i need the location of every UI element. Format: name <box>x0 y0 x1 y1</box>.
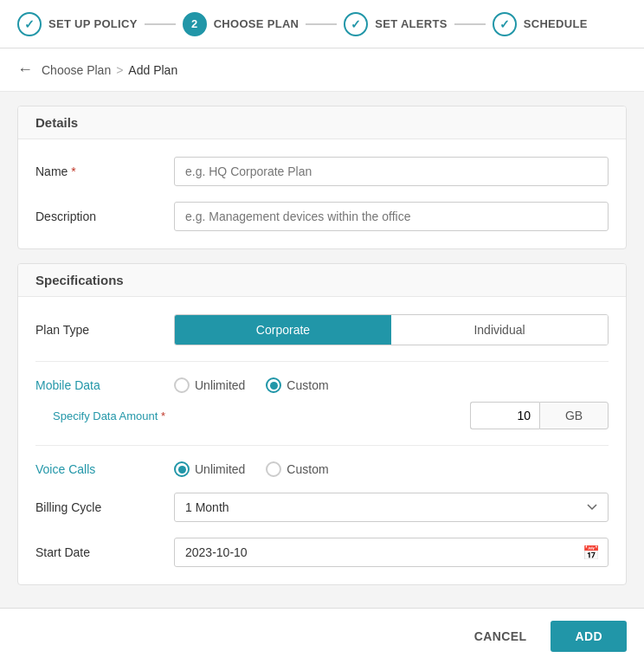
details-card-body: Name * Description <box>18 139 626 248</box>
voice-calls-row: Voice Calls Unlimited Custom <box>35 461 609 477</box>
step1-circle: ✓ <box>17 12 42 36</box>
voice-custom-label: Custom <box>287 462 328 476</box>
step-setup-policy[interactable]: ✓ SET UP POLICY <box>17 12 138 36</box>
divider-mobile <box>35 361 609 362</box>
individual-plan-btn[interactable]: Individual <box>391 315 608 345</box>
step2-label: CHOOSE PLAN <box>214 17 299 30</box>
step1-label: SET UP POLICY <box>48 17 138 30</box>
add-button[interactable]: ADD <box>551 621 627 652</box>
specifications-card: Specifications Plan Type Corporate Indiv… <box>17 263 627 585</box>
billing-cycle-row: Billing Cycle 1 Month 3 Months 6 Months … <box>35 493 609 522</box>
back-button[interactable]: ← <box>17 61 33 79</box>
plan-type-label: Plan Type <box>35 323 174 337</box>
name-input[interactable] <box>174 157 609 186</box>
voice-unlimited-radio[interactable] <box>174 461 190 477</box>
specify-data-row: Specify Data Amount * GB <box>35 402 609 429</box>
breadcrumb-current: Add Plan <box>128 63 177 77</box>
description-input[interactable] <box>174 202 609 231</box>
breadcrumb: ← Choose Plan > Add Plan <box>0 48 644 92</box>
specifications-card-header: Specifications <box>18 264 626 297</box>
mobile-data-label: Mobile Data <box>35 378 174 392</box>
mobile-data-radio-group: Unlimited Custom <box>174 377 609 393</box>
mobile-unlimited-option[interactable]: Unlimited <box>174 377 245 393</box>
voice-unlimited-label: Unlimited <box>195 462 245 476</box>
start-date-wrapper: 📅 <box>174 538 609 567</box>
voice-custom-option[interactable]: Custom <box>266 461 328 477</box>
bottom-bar: CANCEL ADD <box>0 608 644 664</box>
description-row: Description <box>35 202 609 231</box>
stepper: ✓ SET UP POLICY 2 CHOOSE PLAN ✓ SET ALER… <box>0 0 644 48</box>
name-row: Name * <box>35 157 609 186</box>
breadcrumb-parent[interactable]: Choose Plan <box>42 63 111 77</box>
step-set-alerts[interactable]: ✓ SET ALERTS <box>344 12 447 36</box>
details-card-header: Details <box>18 106 626 139</box>
mobile-data-header-row: Mobile Data Unlimited Custom <box>35 377 609 393</box>
corporate-plan-btn[interactable]: Corporate <box>175 315 391 345</box>
step3-circle: ✓ <box>344 12 368 36</box>
step2-circle: 2 <box>183 12 207 36</box>
step-choose-plan[interactable]: 2 CHOOSE PLAN <box>183 12 299 36</box>
mobile-custom-label: Custom <box>287 378 328 392</box>
name-label: Name * <box>35 164 174 178</box>
step4-label: SCHEDULE <box>524 17 588 30</box>
data-amount-input[interactable] <box>470 402 539 429</box>
start-date-label: Start Date <box>35 545 174 559</box>
mobile-unlimited-label: Unlimited <box>195 378 245 392</box>
breadcrumb-separator: > <box>116 63 123 77</box>
divider-voice <box>35 445 609 446</box>
mobile-custom-radio[interactable] <box>266 377 281 393</box>
billing-cycle-label: Billing Cycle <box>35 500 174 514</box>
main-content: Details Name * Description Specification… <box>0 92 644 664</box>
specify-data-label: Specify Data Amount * <box>53 409 174 422</box>
voice-calls-radio-group: Unlimited Custom <box>174 461 609 477</box>
connector-2 <box>306 23 337 25</box>
connector-1 <box>145 23 176 25</box>
start-date-input[interactable] <box>174 538 609 567</box>
cancel-button[interactable]: CANCEL <box>460 621 541 652</box>
mobile-unlimited-radio[interactable] <box>174 377 190 393</box>
details-card: Details Name * Description <box>17 106 627 249</box>
mobile-custom-option[interactable]: Custom <box>266 377 328 393</box>
step3-label: SET ALERTS <box>375 17 447 30</box>
plan-type-row: Plan Type Corporate Individual <box>35 314 609 345</box>
description-label: Description <box>35 210 174 223</box>
data-amount-inputs: GB <box>470 402 609 429</box>
billing-cycle-select[interactable]: 1 Month 3 Months 6 Months 12 Months <box>174 493 609 522</box>
specifications-card-body: Plan Type Corporate Individual Mobile Da… <box>18 297 626 584</box>
step-schedule[interactable]: ✓ SCHEDULE <box>493 12 588 36</box>
voice-unlimited-option[interactable]: Unlimited <box>174 461 245 477</box>
connector-3 <box>454 23 486 25</box>
plan-type-toggle: Corporate Individual <box>174 314 609 345</box>
voice-calls-label: Voice Calls <box>35 462 174 476</box>
step4-circle: ✓ <box>493 12 517 36</box>
voice-custom-radio[interactable] <box>266 461 281 477</box>
data-unit-display: GB <box>539 402 609 429</box>
calendar-icon[interactable]: 📅 <box>583 545 600 561</box>
start-date-row: Start Date 📅 <box>35 538 609 567</box>
